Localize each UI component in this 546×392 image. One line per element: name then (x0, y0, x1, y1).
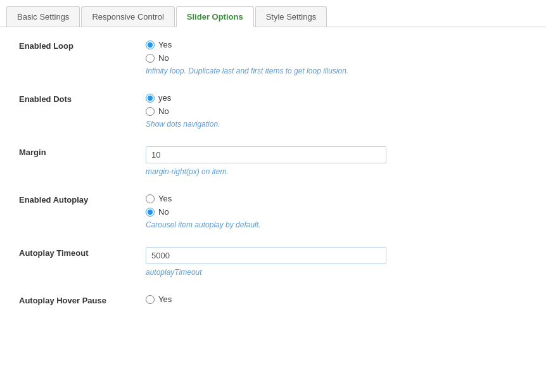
enabled-autoplay-no[interactable]: No (146, 207, 527, 217)
enabled-autoplay-yes-radio[interactable] (146, 194, 155, 203)
enabled-loop-yes-label: Yes (158, 40, 172, 49)
enabled-dots-no[interactable]: No (146, 106, 527, 116)
enabled-loop-row: Enabled Loop Yes No Infinity loop. Dupli… (19, 40, 527, 75)
enabled-autoplay-hint: Carousel item autoplay by default. (146, 220, 527, 229)
enabled-autoplay-field: Yes No Carousel item autoplay by default… (146, 194, 527, 229)
enabled-loop-no[interactable]: No (146, 53, 527, 63)
tabs-bar: Basic Settings Responsive Control Slider… (0, 0, 546, 27)
enabled-loop-hint: Infinity loop. Duplicate last and first … (146, 66, 527, 75)
autoplay-hover-pause-yes-label: Yes (158, 294, 172, 304)
tab-basic-settings[interactable]: Basic Settings (6, 6, 80, 27)
autoplay-timeout-input[interactable] (146, 247, 386, 264)
tab-responsive-control[interactable]: Responsive Control (81, 6, 174, 27)
settings-content: Enabled Loop Yes No Infinity loop. Dupli… (0, 27, 546, 336)
autoplay-hover-pause-field: Yes (146, 294, 527, 304)
enabled-dots-yes-label: yes (158, 93, 171, 103)
enabled-dots-yes[interactable]: yes (146, 93, 527, 103)
enabled-loop-yes[interactable]: Yes (146, 40, 527, 49)
enabled-loop-no-radio[interactable] (146, 54, 155, 63)
enabled-dots-yes-radio[interactable] (146, 94, 155, 103)
enabled-autoplay-yes[interactable]: Yes (146, 194, 527, 203)
tab-style-settings[interactable]: Style Settings (255, 6, 327, 27)
autoplay-timeout-hint: autoplayTimeout (146, 268, 527, 277)
enabled-dots-no-label: No (158, 106, 169, 116)
enabled-loop-radio-group: Yes No (146, 40, 527, 63)
enabled-autoplay-row: Enabled Autoplay Yes No Carousel item au… (19, 194, 527, 229)
enabled-loop-label: Enabled Loop (19, 40, 146, 51)
enabled-dots-hint: Show dots navigation. (146, 120, 527, 129)
autoplay-timeout-row: Autoplay Timeout autoplayTimeout (19, 247, 527, 277)
autoplay-timeout-field: autoplayTimeout (146, 247, 527, 277)
margin-field: margin-right(px) on item. (146, 146, 527, 176)
autoplay-hover-pause-radio-group: Yes (146, 294, 527, 304)
enabled-dots-no-radio[interactable] (146, 107, 155, 116)
margin-row: Margin margin-right(px) on item. (19, 146, 527, 176)
enabled-dots-radio-group: yes No (146, 93, 527, 116)
enabled-autoplay-no-radio[interactable] (146, 208, 155, 217)
enabled-autoplay-radio-group: Yes No (146, 194, 527, 217)
enabled-loop-yes-radio[interactable] (146, 41, 155, 49)
margin-hint: margin-right(px) on item. (146, 167, 527, 176)
autoplay-timeout-label: Autoplay Timeout (19, 247, 146, 258)
autoplay-hover-pause-row: Autoplay Hover Pause Yes (19, 294, 527, 305)
enabled-loop-field: Yes No Infinity loop. Duplicate last and… (146, 40, 527, 75)
enabled-dots-row: Enabled Dots yes No Show dots navigation… (19, 93, 527, 129)
autoplay-hover-pause-label: Autoplay Hover Pause (19, 294, 146, 305)
autoplay-hover-pause-yes-radio[interactable] (146, 295, 155, 304)
margin-label: Margin (19, 146, 146, 157)
tab-slider-options[interactable]: Slider Options (176, 6, 254, 27)
enabled-autoplay-label: Enabled Autoplay (19, 194, 146, 205)
enabled-autoplay-yes-label: Yes (158, 194, 172, 203)
enabled-dots-field: yes No Show dots navigation. (146, 93, 527, 129)
enabled-loop-no-label: No (158, 53, 169, 63)
autoplay-hover-pause-yes[interactable]: Yes (146, 294, 527, 304)
margin-input[interactable] (146, 146, 386, 163)
enabled-autoplay-no-label: No (158, 207, 169, 217)
enabled-dots-label: Enabled Dots (19, 93, 146, 104)
